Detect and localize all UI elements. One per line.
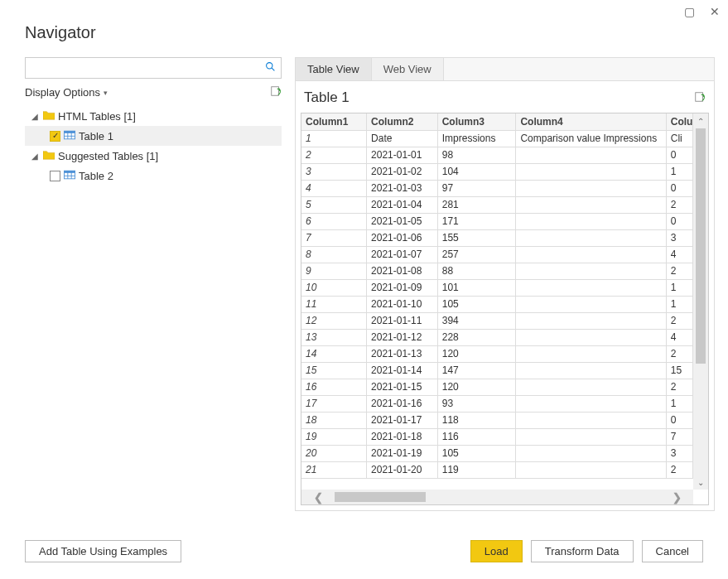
display-options-label: Display Options: [25, 86, 100, 99]
table-row[interactable]: 162021-01-151202: [301, 379, 693, 395]
table-cell: 4: [666, 329, 692, 345]
table-cell: Cli: [666, 130, 692, 147]
table-row[interactable]: 152021-01-1414715: [301, 362, 693, 379]
table-row[interactable]: 42021-01-03970: [301, 180, 693, 196]
table-row[interactable]: 182021-01-171180: [301, 412, 693, 428]
table-cell: 98: [437, 147, 516, 163]
refresh-preview-icon[interactable]: [694, 91, 706, 105]
table-row[interactable]: 172021-01-16931: [301, 395, 693, 412]
tree-group-suggested-tables[interactable]: ◢ Suggested Tables [1]: [25, 146, 282, 166]
add-table-using-examples-button[interactable]: Add Table Using Examples: [25, 540, 181, 562]
table-cell: 7: [666, 428, 692, 445]
table-cell: 2021-01-02: [367, 163, 438, 180]
table-row[interactable]: 142021-01-131202: [301, 345, 693, 362]
table-cell: 9: [301, 263, 367, 279]
display-options-dropdown[interactable]: Display Options ▾: [25, 86, 108, 99]
close-icon[interactable]: ✕: [710, 5, 720, 18]
table-cell: 2021-01-19: [367, 445, 438, 461]
table-cell: 2: [666, 312, 692, 329]
table-cell: 3: [301, 163, 367, 180]
table-row[interactable]: 132021-01-122284: [301, 329, 693, 345]
table-row[interactable]: 202021-01-191053: [301, 445, 693, 461]
table-row[interactable]: 102021-01-091011: [301, 279, 693, 296]
svg-point-0: [267, 63, 272, 69]
scroll-down-icon[interactable]: ⌄: [693, 475, 708, 490]
table-cell: 97: [437, 180, 516, 196]
table-cell: 1: [666, 395, 692, 412]
svg-rect-9: [64, 171, 75, 173]
table-row[interactable]: 1DateImpressionsComparison value Impress…: [301, 130, 693, 147]
table-row[interactable]: 62021-01-051710: [301, 213, 693, 229]
vertical-scrollbar[interactable]: ⌃ ⌄: [693, 113, 708, 490]
load-button[interactable]: Load: [470, 540, 523, 562]
table-row[interactable]: 72021-01-061553: [301, 229, 693, 246]
table-cell: 0: [666, 213, 692, 229]
table-cell: 155: [437, 229, 516, 246]
transform-data-button[interactable]: Transform Data: [531, 540, 634, 562]
table-cell: Impressions: [437, 130, 516, 147]
table-cell: 2: [666, 196, 692, 213]
search-icon[interactable]: [260, 61, 281, 75]
table-row[interactable]: 122021-01-113942: [301, 312, 693, 329]
table-cell: [516, 445, 666, 461]
table-cell: 15: [666, 362, 692, 379]
column-header[interactable]: Column3: [437, 113, 516, 130]
scroll-up-icon[interactable]: ⌃: [693, 113, 708, 128]
search-box[interactable]: [25, 57, 282, 79]
table-cell: 281: [437, 196, 516, 213]
table-cell: [516, 263, 666, 279]
column-header[interactable]: Column2: [367, 113, 438, 130]
maximize-icon[interactable]: ▢: [684, 5, 695, 18]
refresh-icon[interactable]: [270, 85, 282, 99]
table-row[interactable]: 112021-01-101051: [301, 296, 693, 312]
table-cell: 14: [301, 345, 367, 362]
scrollbar-thumb[interactable]: [696, 128, 706, 364]
table-cell: 3: [666, 229, 692, 246]
scroll-left-icon[interactable]: ❮: [301, 490, 335, 504]
tree-item-table-2[interactable]: Table 2: [25, 166, 282, 186]
table-row[interactable]: 52021-01-042812: [301, 196, 693, 213]
tab-table-view[interactable]: Table View: [296, 58, 372, 80]
tab-web-view[interactable]: Web View: [372, 58, 444, 80]
table-cell: 11: [301, 296, 367, 312]
table-row[interactable]: 212021-01-201192: [301, 461, 693, 478]
table-cell: [516, 329, 666, 345]
checkbox-unchecked[interactable]: [50, 171, 60, 181]
scrollbar-thumb[interactable]: [335, 492, 426, 502]
table-row[interactable]: 82021-01-072574: [301, 246, 693, 263]
column-header[interactable]: Colum: [666, 113, 692, 130]
table-cell: 8: [301, 246, 367, 263]
data-grid: Column1Column2Column3Column4Colum 1DateI…: [301, 113, 709, 505]
table-cell: 118: [437, 412, 516, 428]
horizontal-scrollbar[interactable]: ❮ ❯: [301, 490, 693, 504]
table-cell: 13: [301, 329, 367, 345]
table-cell: 2021-01-11: [367, 312, 438, 329]
table-icon: [64, 130, 75, 142]
expander-icon[interactable]: ◢: [31, 152, 40, 161]
table-cell: 0: [666, 412, 692, 428]
column-header[interactable]: Column1: [301, 113, 367, 130]
column-header[interactable]: Column4: [516, 113, 666, 130]
table-cell: 2: [666, 461, 692, 478]
table-cell: 20: [301, 445, 367, 461]
table-icon: [64, 170, 75, 182]
table-row[interactable]: 92021-01-08882: [301, 263, 693, 279]
search-input[interactable]: [26, 58, 260, 78]
table-cell: Comparison value Impressions: [516, 130, 666, 147]
expander-icon[interactable]: ◢: [31, 112, 40, 121]
tree-item-label: Table 2: [79, 170, 113, 182]
table-cell: 2021-01-10: [367, 296, 438, 312]
checkbox-checked[interactable]: [50, 131, 60, 142]
scroll-right-icon[interactable]: ❯: [660, 490, 693, 504]
table-cell: 2021-01-09: [367, 279, 438, 296]
tree-group-html-tables[interactable]: ◢ HTML Tables [1]: [25, 106, 282, 126]
table-row[interactable]: 192021-01-181167: [301, 428, 693, 445]
table-row[interactable]: 32021-01-021041: [301, 163, 693, 180]
tree-item-table-1[interactable]: Table 1: [25, 126, 282, 146]
table-cell: [516, 345, 666, 362]
table-cell: 119: [437, 461, 516, 478]
table-row[interactable]: 22021-01-01980: [301, 147, 693, 163]
table-cell: 2021-01-18: [367, 428, 438, 445]
cancel-button[interactable]: Cancel: [642, 540, 703, 562]
table-cell: 18: [301, 412, 367, 428]
